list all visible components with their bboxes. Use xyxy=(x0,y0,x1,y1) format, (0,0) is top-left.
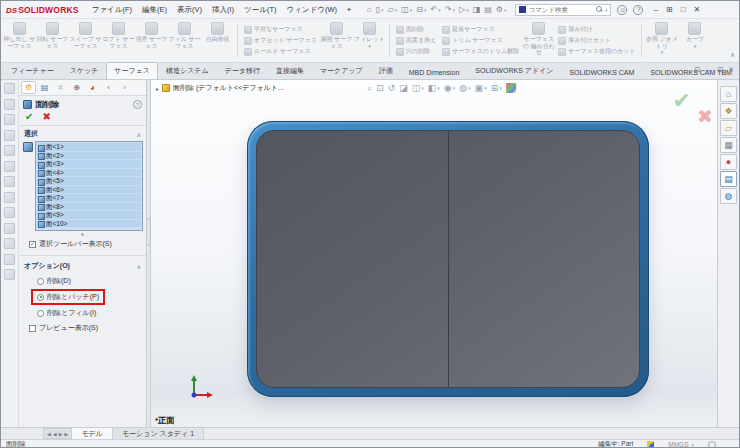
tab-scroll-left[interactable]: ‹ xyxy=(101,81,116,94)
left-toolbar-icon[interactable] xyxy=(4,83,15,94)
left-toolbar-icon[interactable] xyxy=(4,238,15,249)
command-tab[interactable]: フィーチャー xyxy=(3,62,62,79)
ribbon-button[interactable]: サーフェス使用のカット xyxy=(558,47,635,56)
confirmation-ok-icon[interactable]: ✔ xyxy=(673,88,691,114)
command-tab[interactable]: データ移行 xyxy=(217,62,268,79)
ribbon-button[interactable]: トリム サーフェス xyxy=(442,36,519,45)
rebuild-icon[interactable]: ◨ xyxy=(472,5,482,14)
previous-view-icon[interactable]: ↺ xyxy=(388,83,396,93)
command-tab[interactable]: SOLIDWORKS アドイン xyxy=(467,62,561,79)
checkbox-unchecked-icon[interactable] xyxy=(29,325,36,332)
realview-icon[interactable] xyxy=(506,83,516,93)
status-notification-icon[interactable] xyxy=(647,441,654,448)
menu-item[interactable]: 編集(E) xyxy=(137,4,172,16)
open-icon[interactable]: ▱ xyxy=(387,5,399,14)
ribbon-button[interactable]: 面削除 xyxy=(396,25,436,34)
command-tab[interactable]: MBD Dimension xyxy=(401,65,468,79)
radio-icon[interactable] xyxy=(37,310,44,317)
next-tab-button[interactable]: ▶ xyxy=(59,431,63,437)
ribbon-separator[interactable] xyxy=(237,24,238,57)
radio-option[interactable]: 削除とフィル(I) xyxy=(31,305,102,321)
command-tab[interactable]: スケッチ xyxy=(62,62,107,79)
checkbox-checked-icon[interactable]: ✓ xyxy=(29,241,36,248)
user-account-icon[interactable]: ☺ xyxy=(617,5,627,15)
confirmation-cancel-icon[interactable]: ✖ xyxy=(697,105,713,128)
redo-icon[interactable]: ↷ xyxy=(444,5,456,14)
ribbon-button[interactable]: 面置き換え xyxy=(396,36,436,45)
face-list-item[interactable]: 面<9> xyxy=(37,211,141,219)
ribbon-separator[interactable] xyxy=(389,24,390,57)
print-icon[interactable]: ⊟ xyxy=(415,5,427,14)
flyout-tree-expand-icon[interactable]: ▸ xyxy=(156,85,159,92)
zoom-fit-icon[interactable]: ⌕ xyxy=(367,83,372,93)
menu-item[interactable]: ツール(T) xyxy=(239,4,281,16)
left-toolbar-icon[interactable] xyxy=(4,192,15,203)
pin-menu-icon[interactable]: ✦ xyxy=(346,6,352,14)
minimize-button[interactable]: – xyxy=(653,5,657,14)
revolved-surface-button[interactable]: 回転 サーフェス xyxy=(36,20,69,61)
new-document-icon[interactable]: ▯ xyxy=(375,5,385,14)
command-tab[interactable]: 直接編集 xyxy=(268,62,312,79)
ribbon-button[interactable]: 厚み付けカット xyxy=(558,36,635,45)
search-scope-dropdown-icon[interactable]: ▾ xyxy=(605,7,608,13)
face-list-item[interactable]: 面<2> xyxy=(37,152,141,160)
doc-restore-button[interactable]: ⊡ xyxy=(717,66,723,74)
left-toolbar-icon[interactable] xyxy=(4,130,15,141)
ribbon-collapse-icon[interactable]: ∧ xyxy=(730,51,735,446)
face-list-item[interactable]: 面<10> xyxy=(37,220,141,228)
document-tab[interactable]: モーション スタディ 1 xyxy=(113,428,204,439)
ribbon-button[interactable]: 厚み付け xyxy=(558,25,635,34)
left-toolbar-icon[interactable] xyxy=(4,114,15,125)
ribbon-button[interactable]: サーフェスのトリム解除 xyxy=(442,47,519,56)
cancel-button[interactable]: ✖ xyxy=(42,112,50,122)
hide-show-items-icon[interactable]: ◉ xyxy=(444,83,455,93)
lofted-surface-button[interactable]: ロフト サーフェス xyxy=(102,20,135,61)
filled-surface-button[interactable]: フィル サーフェス xyxy=(168,20,201,61)
face-list-item[interactable]: 面<1> xyxy=(37,143,141,151)
thicken-stack[interactable]: 厚み付け 厚み付けカット サーフェス使用のカット xyxy=(555,20,638,61)
options-group-header[interactable]: オプション(O) ∧ xyxy=(19,258,146,273)
undo-icon[interactable]: ↶ xyxy=(430,5,442,14)
configuration-manager-tab[interactable]: ⌗ xyxy=(53,81,68,94)
unit-system-selector[interactable]: MMGS ▾ xyxy=(668,441,694,448)
left-toolbar-icon[interactable] xyxy=(4,99,15,110)
doc-cascade-icon[interactable]: ⊡ xyxy=(694,66,700,74)
radio-icon[interactable] xyxy=(37,294,44,301)
tags-icon[interactable] xyxy=(708,441,716,448)
command-tab[interactable]: 構造システム xyxy=(158,62,217,79)
help-icon[interactable]: ? xyxy=(133,100,142,109)
model-front-face[interactable] xyxy=(256,130,640,388)
ribbon-button[interactable]: 平坦なサーフェス xyxy=(244,25,317,34)
face-list-item[interactable]: 面<3> xyxy=(37,160,141,168)
selection-toolbar-checkbox-row[interactable]: ✓ 選択ツールバー表示(S) xyxy=(19,237,146,251)
home-icon[interactable]: ⌂ xyxy=(366,5,373,14)
view-settings-icon[interactable]: ⊞ xyxy=(491,83,502,93)
left-toolbar-icon[interactable] xyxy=(4,176,15,187)
command-tab[interactable]: サーフェス xyxy=(106,62,158,79)
menu-item[interactable]: ウィンドウ(W) xyxy=(282,4,342,16)
left-toolbar-icon[interactable] xyxy=(4,161,15,172)
options-icon[interactable]: ⚙ xyxy=(495,5,508,14)
face-list-item[interactable]: 面<8> xyxy=(37,203,141,211)
prev-tab-button[interactable]: ◀ xyxy=(53,431,57,437)
doc-close-button[interactable]: ✕ xyxy=(728,66,734,74)
face-list-item[interactable]: 面<5> xyxy=(37,177,141,185)
menu-item[interactable]: 挿入(I) xyxy=(207,4,239,16)
left-toolbar-icon[interactable] xyxy=(4,254,15,265)
feature-manager-tab[interactable]: ▤ xyxy=(37,81,52,94)
ribbon-button[interactable]: 延長サーフェス xyxy=(442,25,519,34)
section-view-icon[interactable]: ◪ xyxy=(399,83,408,93)
command-tab[interactable]: マークアップ xyxy=(312,62,371,79)
radio-icon[interactable] xyxy=(37,278,44,285)
radio-option[interactable]: 削除とパッチ(P) xyxy=(31,289,105,305)
face-list-item[interactable]: 面<7> xyxy=(37,194,141,202)
display-style-icon[interactable]: ◧ xyxy=(428,83,440,93)
face-edit-stack[interactable]: 面削除 面置き換え 穴の削除 xyxy=(393,20,439,61)
reference-geometry-button[interactable]: 参照 ジオメトリ xyxy=(645,20,678,61)
search-icon[interactable] xyxy=(596,6,603,13)
select-icon[interactable]: ▷ xyxy=(458,5,470,14)
flyout-feature-tree[interactable]: ▸ 面削除 (デフォルト<<デフォルト... xyxy=(156,83,284,93)
edit-appearance-icon[interactable]: ◍ xyxy=(459,83,470,93)
boundary-surface-button[interactable]: 境界 サーフェス xyxy=(135,20,168,61)
radio-option[interactable]: 削除(D) xyxy=(31,273,77,289)
